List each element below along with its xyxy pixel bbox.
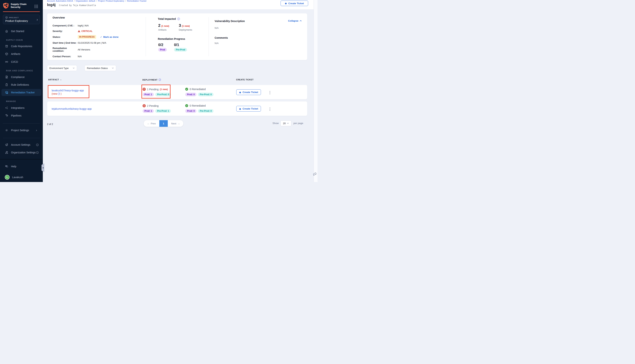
- sidebar-item-help[interactable]: ? Help: [0, 163, 43, 170]
- remediation-status-filter[interactable]: Remediation Status: [85, 65, 116, 71]
- environment-type-filter[interactable]: Environment Type: [47, 65, 77, 71]
- prev-page-button[interactable]: ←Prev: [144, 120, 159, 127]
- table-row[interactable]: tejakummarikuntla/easy-buggy-app 2 Pendi…: [47, 101, 307, 116]
- sidebar-item-label: Code Repositories: [11, 45, 32, 48]
- artifacts-new-count: (1 new): [161, 25, 169, 27]
- breadcrumb-account[interactable]: Account: Automation-SSCA: [47, 0, 73, 2]
- arrow-left-icon: ←: [147, 122, 150, 125]
- sidebar-item-organization-settings[interactable]: Organization Settings: [0, 149, 43, 156]
- scroll-rail[interactable]: [314, 0, 317, 182]
- sort-asc-icon: ▲: [60, 79, 62, 80]
- info-icon[interactable]: i: [159, 78, 161, 81]
- sidebar-item-remediation-tracker[interactable]: Remediation Tracker: [2, 89, 41, 96]
- artifact-link[interactable]: lavakush07/easy-buggy-app: [52, 89, 84, 92]
- sidebar-item-account-settings[interactable]: Account Settings: [0, 141, 43, 148]
- total-impacted-heading-row: Total Impacted i: [158, 18, 180, 20]
- sidebar-item-label: Artifacts: [11, 52, 20, 56]
- remediated-check-icon: [185, 88, 188, 91]
- progress-prod: 0/2 Prod: [158, 43, 167, 52]
- page-size-select[interactable]: 20: [280, 120, 291, 126]
- prod-badge: Prod: 0: [185, 109, 196, 113]
- preprod-badge: Pre-Prod: 0: [198, 93, 214, 96]
- create-ticket-button-row[interactable]: ◆ Create Ticket: [236, 89, 261, 95]
- collapse-link[interactable]: Collapse: [288, 20, 302, 22]
- app-logo[interactable]: Supply Chain Security: [3, 2, 27, 9]
- jira-diamond-icon: ◆: [239, 108, 241, 110]
- sidebar-item-rule-definitions[interactable]: Rule Definitions: [0, 81, 43, 88]
- remediation-progress-heading: Remediation Progress: [158, 38, 185, 40]
- prod-badge: Prod: 0: [185, 93, 196, 96]
- sidebar-item-label: Compliance: [11, 76, 25, 78]
- column-header-artifact[interactable]: ARTIFACT▲: [48, 78, 62, 81]
- pagination-summary: 2 of 2: [47, 123, 53, 126]
- sidebar-item-artifacts[interactable]: Artifacts: [0, 50, 43, 58]
- sidebar: Supply Chain Security PROJECT Product Ex…: [0, 0, 43, 182]
- create-ticket-button-row[interactable]: ◆ Create Ticket: [236, 106, 261, 112]
- next-page-button[interactable]: Next→: [168, 120, 183, 127]
- new-tag-open: (new: [52, 92, 57, 96]
- prod-badge: Prod: [158, 48, 167, 52]
- infinity-icon: [5, 60, 9, 64]
- project-selector[interactable]: PROJECT Product Exploratory ›: [3, 15, 40, 24]
- breadcrumb-project[interactable]: Project: Product Exploratory: [98, 0, 124, 2]
- deployments-count: 3: [179, 23, 181, 28]
- row-menu-kebab-icon[interactable]: [269, 107, 271, 112]
- breadcrumb-separator: /: [74, 0, 75, 2]
- remediated-status: 0 Remediated: [185, 88, 205, 91]
- sidebar-divider: [3, 138, 40, 138]
- row-menu-kebab-icon[interactable]: [269, 90, 271, 95]
- pending-new-count: (1 new): [160, 88, 168, 91]
- page-1-button[interactable]: 1: [159, 120, 168, 127]
- info-icon[interactable]: i: [58, 93, 60, 95]
- sidebar-item-label: Get Started: [11, 30, 24, 33]
- sidebar-item-cicd[interactable]: CI/CD: [0, 58, 43, 65]
- show-label: Show: [273, 122, 279, 124]
- breadcrumb-organization[interactable]: Organization: default: [76, 0, 95, 2]
- table-row[interactable]: lavakush07/easy-buggy-app (new i ) 1 Pen…: [47, 85, 307, 100]
- pending-status: 2 Pending: [143, 104, 159, 107]
- comments-value: N/A: [215, 42, 219, 44]
- section-risk-compliance: RISK AND COMPLIANCE: [6, 70, 33, 72]
- mark-as-done-link[interactable]: ✓Mark as done: [100, 36, 118, 38]
- project-label: PROJECT: [9, 16, 19, 18]
- breadcrumb-remediation-tracker[interactable]: Remediation Tracker: [127, 0, 147, 2]
- sidebar-item-project-settings[interactable]: Project Settings ›: [0, 127, 43, 134]
- status-label: Status:: [53, 36, 78, 38]
- layers-gear-icon: [5, 143, 9, 146]
- info-icon[interactable]: i: [177, 18, 180, 20]
- severity-label: Severity:: [53, 30, 78, 32]
- sidebar-item-get-started[interactable]: Get Started: [0, 28, 43, 35]
- breadcrumb: Account: Automation-SSCA/ Organization: …: [47, 0, 147, 2]
- gear-icon: [5, 128, 9, 132]
- sidebar-item-pipelines[interactable]: Pipelines: [0, 112, 43, 119]
- sidebar-item-integrations[interactable]: Integrations: [0, 104, 43, 111]
- support-chat-icon[interactable]: [313, 172, 317, 176]
- artifact-link[interactable]: tejakummarikuntla/easy-buggy-app: [52, 107, 92, 110]
- module-grid-icon[interactable]: [35, 5, 38, 8]
- pipelines-icon: [5, 114, 9, 118]
- prod-progress-value: 0/2: [158, 43, 167, 47]
- shield-logo-icon: [3, 2, 9, 9]
- pending-count: 1 Pending: [147, 88, 159, 91]
- component-label: Component | CVE :: [53, 24, 78, 27]
- brand-accent-line: [3, 12, 40, 12]
- status-badge: IN-PROGRESS: [78, 35, 96, 39]
- org-chart-gear-icon: [5, 151, 9, 154]
- sidebar-item-label: Account Settings: [11, 143, 30, 146]
- remediated-env-badges: Prod: 0 Pre-Prod: 0: [185, 109, 214, 113]
- clipboard-check-icon: [5, 83, 9, 86]
- sidebar-item-compliance[interactable]: Compliance: [0, 74, 43, 80]
- contact-value: N/A: [78, 55, 82, 58]
- sidebar-item-label: Rule Definitions: [11, 83, 29, 86]
- arrow-right-icon: →: [177, 122, 180, 125]
- sidebar-item-label: Project Settings: [11, 129, 29, 132]
- section-supply-chain: SUPPLY CHAIN: [6, 39, 23, 41]
- sidebar-item-label: Remediation Tracker: [11, 91, 35, 94]
- user-menu[interactable]: L Lavakush: [0, 174, 43, 181]
- preprod-badge: Pre-Prod: 0: [155, 93, 171, 96]
- chevron-down-icon: [112, 68, 114, 68]
- user-name: Lavakush: [12, 176, 23, 179]
- sidebar-item-code-repositories[interactable]: Code Repositories: [0, 43, 43, 50]
- create-ticket-button-header[interactable]: ◆ Create Ticket: [281, 0, 308, 6]
- sidebar-item-label: Help: [11, 165, 16, 168]
